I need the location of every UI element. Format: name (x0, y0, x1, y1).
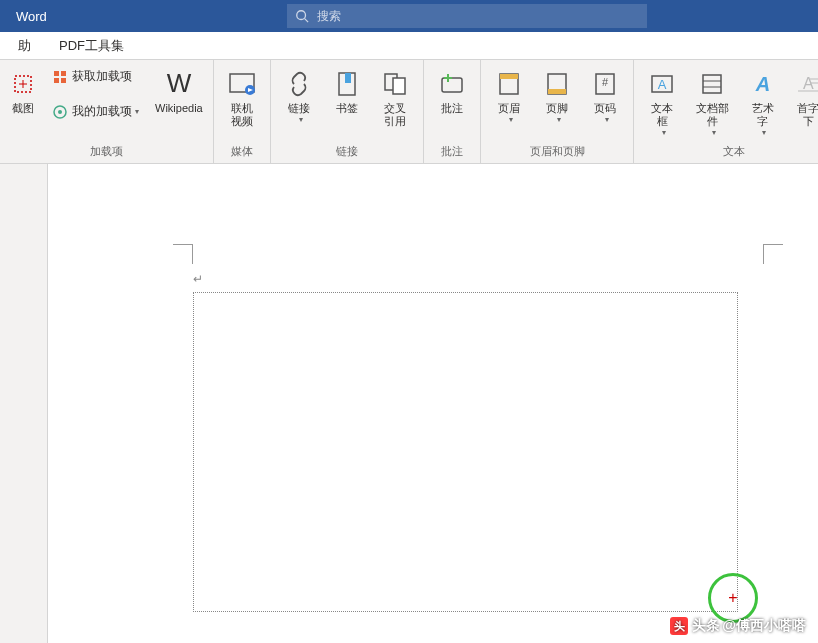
ribbon: 截图 获取加载项 我的加载项 ▾ W Wikipedia 加载项 (0, 60, 818, 164)
group-media: 联机视频 媒体 (214, 60, 271, 163)
svg-rect-26 (548, 89, 566, 94)
resize-cursor-icon: + (728, 589, 737, 607)
chevron-down-icon: ▾ (509, 115, 513, 124)
svg-rect-5 (54, 71, 59, 76)
crossref-icon (379, 68, 411, 100)
textbox-button[interactable]: A 文本框 ▾ (640, 64, 684, 141)
svg-line-1 (304, 19, 308, 23)
svg-rect-8 (61, 78, 66, 83)
tab-pdf-tools[interactable]: PDF工具集 (45, 32, 138, 60)
app-title: Word (16, 9, 47, 24)
margin-corner-tl (173, 244, 193, 264)
get-addins-button[interactable]: 获取加载项 (46, 66, 145, 87)
vertical-ruler (0, 164, 48, 643)
group-links: 链接 ▾ 书签 交叉引用 链接 (271, 60, 424, 163)
document-area: ↵ + (0, 164, 818, 643)
watermark: 头 头条 @傅西小嗒嗒 (670, 617, 806, 635)
svg-rect-19 (393, 78, 405, 94)
addins-icon (52, 104, 68, 120)
footer-button[interactable]: 页脚 ▾ (535, 64, 579, 128)
online-video-button[interactable]: 联机视频 (220, 64, 264, 132)
wordart-icon: A (747, 68, 779, 100)
svg-rect-20 (442, 78, 462, 92)
wikipedia-button[interactable]: W Wikipedia (151, 64, 207, 119)
chevron-down-icon: ▾ (712, 128, 716, 137)
title-bar: Word 搜索 (0, 0, 818, 32)
chevron-down-icon: ▾ (135, 107, 139, 116)
docparts-icon (696, 68, 728, 100)
svg-rect-24 (500, 74, 518, 79)
pagenum-button[interactable]: # 页码 ▾ (583, 64, 627, 128)
svg-text:#: # (602, 76, 609, 88)
margin-corner-tr (763, 244, 783, 264)
paragraph-mark: ↵ (193, 272, 203, 286)
crossref-button[interactable]: 交叉引用 (373, 64, 417, 132)
screenshot-button[interactable]: 截图 (6, 64, 40, 119)
bookmark-icon (331, 68, 363, 100)
svg-rect-31 (703, 75, 721, 93)
resize-highlight: + (708, 573, 758, 623)
textbox-icon: A (646, 68, 678, 100)
svg-text:A: A (658, 77, 667, 92)
chevron-down-icon: ▾ (662, 128, 666, 137)
tab-help[interactable]: 助 (4, 32, 45, 60)
header-button[interactable]: 页眉 ▾ (487, 64, 531, 128)
comment-icon (436, 68, 468, 100)
chevron-down-icon: ▾ (299, 115, 303, 124)
svg-text:W: W (167, 68, 192, 98)
svg-point-10 (58, 110, 62, 114)
footer-icon (541, 68, 573, 100)
chevron-down-icon: ▾ (557, 115, 561, 124)
search-icon (295, 9, 309, 23)
svg-text:A: A (754, 73, 769, 95)
docparts-button[interactable]: 文档部件 ▾ (688, 64, 737, 141)
svg-rect-6 (61, 71, 66, 76)
wordart-button[interactable]: A 艺术字 ▾ (741, 64, 785, 141)
store-icon (52, 69, 68, 85)
group-text: A 文本框 ▾ 文档部件 ▾ A 艺术字 ▾ A 首字下 文本 (634, 60, 818, 163)
pagenum-icon: # (589, 68, 621, 100)
video-icon (226, 68, 258, 100)
chevron-down-icon: ▾ (605, 115, 609, 124)
dropcap-icon: A (792, 68, 818, 100)
link-icon (283, 68, 315, 100)
search-box[interactable]: 搜索 (287, 4, 647, 28)
group-header-footer: 页眉 ▾ 页脚 ▾ # 页码 ▾ 页眉和页脚 (481, 60, 634, 163)
dropcap-button[interactable]: A 首字下 (789, 64, 818, 132)
group-comments: 批注 批注 (424, 60, 481, 163)
screenshot-icon (7, 68, 39, 100)
header-icon (493, 68, 525, 100)
svg-rect-7 (54, 78, 59, 83)
ribbon-tabs: 助 PDF工具集 (0, 32, 818, 60)
svg-point-0 (297, 11, 306, 20)
group-addins: 截图 获取加载项 我的加载项 ▾ W Wikipedia 加载项 (0, 60, 214, 163)
my-addins-button[interactable]: 我的加载项 ▾ (46, 101, 145, 122)
search-placeholder: 搜索 (317, 8, 341, 25)
link-button[interactable]: 链接 ▾ (277, 64, 321, 128)
toutiao-icon: 头 (670, 617, 688, 635)
chevron-down-icon: ▾ (762, 128, 766, 137)
wikipedia-icon: W (163, 68, 195, 100)
inserted-textbox[interactable] (193, 292, 738, 612)
page-viewport[interactable]: ↵ + (48, 164, 818, 643)
comment-button[interactable]: 批注 (430, 64, 474, 119)
bookmark-button[interactable]: 书签 (325, 64, 369, 119)
